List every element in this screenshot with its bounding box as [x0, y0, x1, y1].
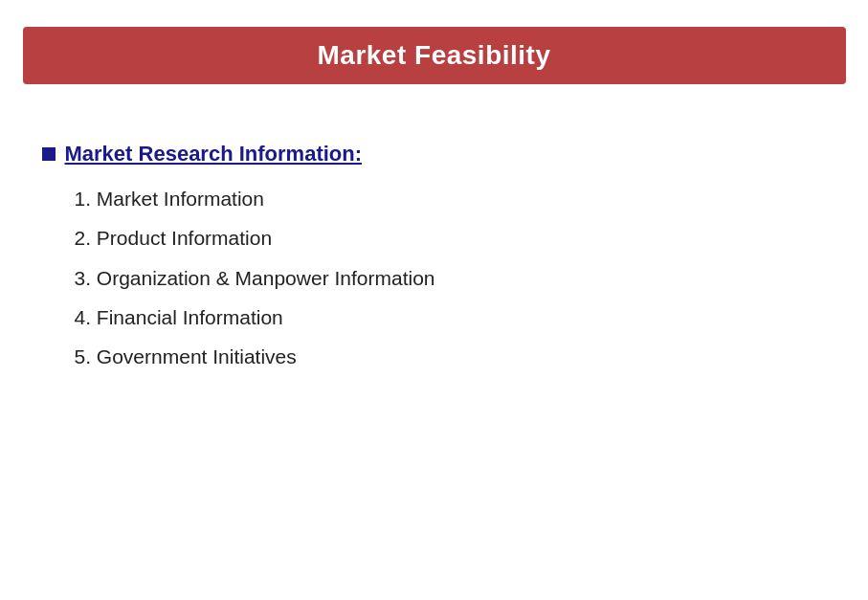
bullet-heading: Market Research Information: — [42, 142, 846, 167]
list-item: 1. Market Information — [75, 186, 846, 211]
content-area: Market Research Information: 1. Market I… — [23, 142, 846, 369]
list-item: 4. Financial Information — [75, 304, 846, 330]
slide-title: Market Feasibility — [318, 40, 551, 70]
header-bar: Market Feasibility — [23, 27, 846, 84]
slide-container: Market Feasibility Market Research Infor… — [0, 0, 868, 600]
list-item: 5. Government Initiatives — [75, 344, 846, 369]
bullet-square-icon — [42, 147, 56, 161]
list-item: 2. Product Information — [75, 225, 846, 251]
list-item: 3. Organization & Manpower Information — [75, 265, 846, 291]
list-items: 1. Market Information2. Product Informat… — [42, 186, 846, 369]
bullet-heading-text: Market Research Information: — [65, 142, 363, 167]
